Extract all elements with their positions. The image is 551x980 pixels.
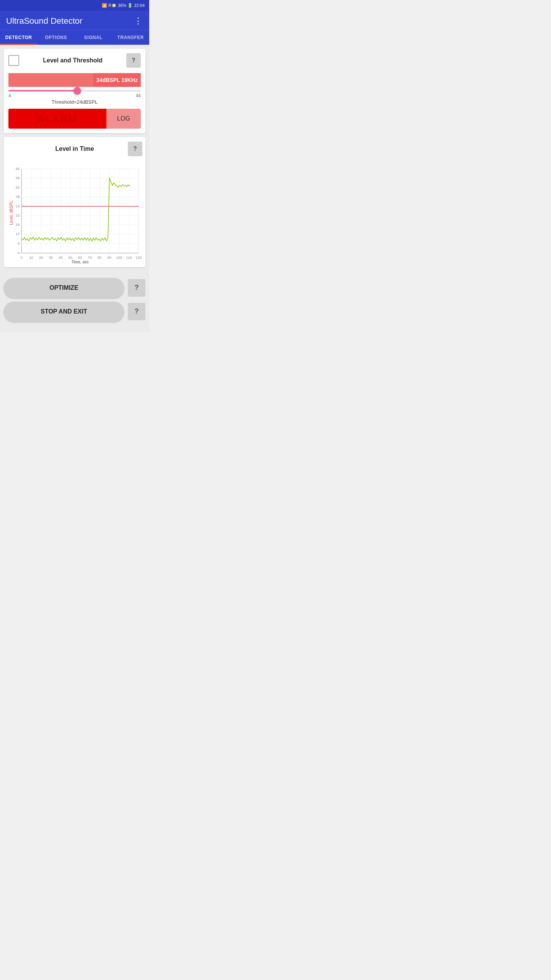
app-header: UltraSound Detector ⋮ xyxy=(0,11,149,30)
svg-text:Time, sec: Time, sec xyxy=(72,260,89,264)
tab-options[interactable]: OPTIONS xyxy=(37,30,75,45)
svg-text:20: 20 xyxy=(16,213,20,217)
svg-text:8: 8 xyxy=(18,241,20,245)
slider-min: 4 xyxy=(8,93,11,98)
alarm-button[interactable]: ALARM xyxy=(8,109,106,129)
slider-labels: 4 44 xyxy=(8,93,141,98)
svg-text:28: 28 xyxy=(16,194,20,199)
svg-text:4: 4 xyxy=(18,251,20,255)
level-bar-container: 34dBSPL 19KHz xyxy=(8,73,141,87)
svg-text:120: 120 xyxy=(135,255,142,260)
tab-bar: DETECTOR OPTIONS SIGNAL TRANSFER xyxy=(0,30,149,45)
alarm-row: ALARM LOG xyxy=(8,109,141,129)
optimize-help-button[interactable]: ? xyxy=(128,279,145,297)
main-content: Level and Threshold ? 34dBSPL 19KHz 4 44… xyxy=(0,45,149,275)
slider-fill xyxy=(8,90,77,91)
log-button[interactable]: LOG xyxy=(106,109,141,129)
svg-text:80: 80 xyxy=(98,255,102,260)
slider-max: 44 xyxy=(136,93,141,98)
optimize-button[interactable]: OPTIMIZE xyxy=(4,278,124,298)
threshold-slider-container xyxy=(8,90,141,91)
level-help-button[interactable]: ? xyxy=(126,53,141,68)
level-bar-track: 34dBSPL 19KHz xyxy=(8,73,141,87)
svg-text:10: 10 xyxy=(29,255,34,260)
status-info: 📶 R🔲 36% 🔋 22:04 xyxy=(102,3,145,8)
svg-text:40: 40 xyxy=(16,167,20,171)
svg-text:40: 40 xyxy=(59,255,63,260)
svg-text:12: 12 xyxy=(16,232,20,236)
svg-text:110: 110 xyxy=(126,255,132,260)
svg-text:16: 16 xyxy=(16,222,20,227)
stop-help-button[interactable]: ? xyxy=(128,303,145,320)
threshold-label: Threshold=24dBSPL xyxy=(8,99,141,105)
tab-detector[interactable]: DETECTOR xyxy=(0,30,37,45)
level-bar-label: 34dBSPL 19KHz xyxy=(93,73,141,87)
chart-card: Level in Time ? Level, dBSPL 40 36 32 xyxy=(4,137,145,267)
app-title: UltraSound Detector xyxy=(6,16,82,26)
chart-header: Level in Time ? xyxy=(7,142,142,156)
chart-area: Level, dBSPL 40 36 32 28 24 xyxy=(7,162,142,264)
stop-exit-button[interactable]: STOP AND EXIT xyxy=(4,302,124,322)
svg-text:20: 20 xyxy=(39,255,43,260)
svg-text:36: 36 xyxy=(16,176,20,180)
svg-text:32: 32 xyxy=(16,185,20,189)
svg-text:Level, dBSPL: Level, dBSPL xyxy=(9,201,13,225)
stop-row: STOP AND EXIT ? xyxy=(4,302,145,322)
svg-text:60: 60 xyxy=(78,255,82,260)
tab-transfer[interactable]: TRANSFER xyxy=(112,30,150,45)
card-title: Level and Threshold xyxy=(19,57,126,64)
menu-icon[interactable]: ⋮ xyxy=(134,16,143,26)
enable-checkbox[interactable] xyxy=(8,55,19,66)
svg-text:100: 100 xyxy=(116,255,122,260)
tab-signal[interactable]: SIGNAL xyxy=(75,30,112,45)
svg-text:30: 30 xyxy=(49,255,53,260)
level-threshold-card: Level and Threshold ? 34dBSPL 19KHz 4 44… xyxy=(4,49,145,133)
svg-text:90: 90 xyxy=(108,255,112,260)
status-bar: 📶 R🔲 36% 🔋 22:04 xyxy=(0,0,149,11)
chart-title: Level in Time xyxy=(21,145,128,152)
chart-svg: Level, dBSPL 40 36 32 28 24 xyxy=(7,162,142,264)
card-header: Level and Threshold ? xyxy=(8,53,141,68)
level-bar-fill xyxy=(8,73,99,87)
bottom-buttons: OPTIMIZE ? STOP AND EXIT ? xyxy=(0,275,149,332)
svg-text:50: 50 xyxy=(68,255,72,260)
slider-track xyxy=(8,90,141,91)
optimize-row: OPTIMIZE ? xyxy=(4,278,145,298)
svg-text:0: 0 xyxy=(21,255,23,260)
svg-text:24: 24 xyxy=(16,204,20,208)
slider-thumb[interactable] xyxy=(73,87,81,95)
svg-text:70: 70 xyxy=(88,255,92,260)
chart-help-button[interactable]: ? xyxy=(128,142,142,156)
